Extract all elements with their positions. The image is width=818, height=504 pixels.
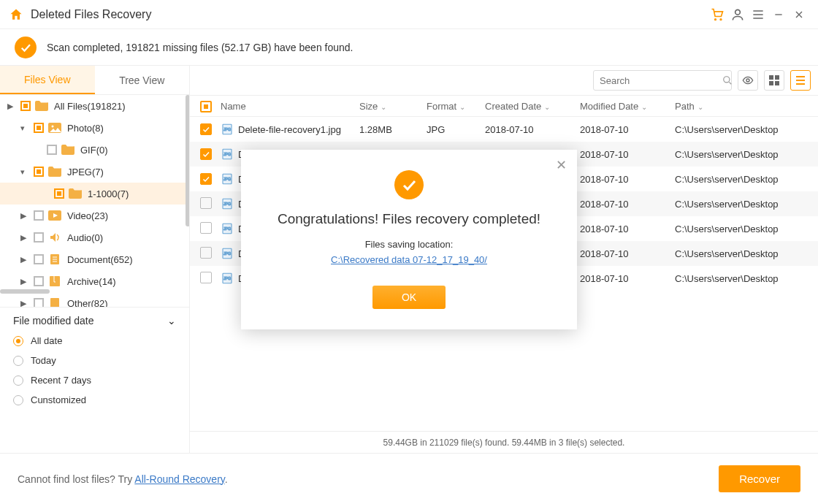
tree-range-1-1000[interactable]: 1-1000(7): [0, 183, 189, 205]
jpg-file-icon: JPG: [221, 272, 234, 285]
svg-text:JPG: JPG: [223, 127, 231, 131]
row-checkbox[interactable]: [200, 222, 212, 234]
titlebar: Deleted Files Recovery: [0, 0, 818, 29]
content-toolbar: [190, 66, 818, 95]
view-tabs: Files View Tree View: [0, 66, 189, 95]
col-path[interactable]: Path⌄: [672, 101, 811, 112]
filter-panel: File modified date⌄ All date Today Recen…: [0, 307, 189, 453]
recover-button[interactable]: Recover: [719, 465, 800, 492]
modal-ok-button[interactable]: OK: [372, 286, 446, 309]
row-checkbox[interactable]: [200, 272, 212, 283]
col-name[interactable]: Name: [218, 101, 356, 112]
jpg-file-icon: JPG: [221, 123, 234, 136]
table-row[interactable]: JPGDelete-file-recovery1.jpg1.28MBJPG201…: [190, 117, 818, 142]
footer-hint: Cannot find lost files? Try All-Round Re…: [18, 473, 228, 485]
row-checkbox[interactable]: [200, 247, 212, 259]
cart-icon[interactable]: [707, 4, 727, 25]
search-box[interactable]: [593, 70, 732, 91]
row-checkbox[interactable]: [200, 197, 212, 209]
filter-recent-7-days[interactable]: Recent 7 days: [13, 375, 176, 386]
svg-rect-8: [50, 298, 59, 307]
modal-close-icon[interactable]: ✕: [556, 157, 567, 173]
svg-text:JPG: JPG: [223, 152, 231, 156]
menu-icon[interactable]: [748, 4, 768, 25]
filter-all-date[interactable]: All date: [13, 335, 176, 346]
search-input[interactable]: [600, 75, 722, 86]
status-bar: 59.44GB in 211029 file(s) found. 59.44MB…: [190, 431, 818, 453]
svg-text:JPG: JPG: [223, 177, 231, 181]
file-name: Delete-file-recovery1.jpg: [238, 124, 341, 135]
svg-rect-7: [50, 276, 60, 286]
select-all-checkbox[interactable]: [200, 101, 212, 112]
sidebar: Files View Tree View ▶All Files(191821) …: [0, 66, 190, 453]
jpg-file-icon: JPG: [221, 172, 234, 186]
modal-success-check-icon: [394, 170, 424, 199]
tab-tree-view[interactable]: Tree View: [95, 66, 190, 94]
svg-point-9: [724, 77, 730, 83]
file-modified: 2018-07-10: [577, 124, 672, 135]
file-size: 1.28MB: [356, 124, 424, 135]
svg-point-4: [52, 126, 54, 128]
tree-gif[interactable]: GIF(0): [0, 139, 189, 161]
preview-toggle[interactable]: [738, 70, 758, 91]
modal-location-label: Files saving location:: [241, 239, 577, 250]
col-created[interactable]: Created Date⌄: [482, 101, 577, 112]
col-format[interactable]: Format⌄: [424, 101, 482, 112]
file-modified: 2018-07-10: [577, 248, 672, 259]
close-icon[interactable]: [789, 4, 809, 25]
col-modified[interactable]: Modified Date⌄: [577, 101, 672, 112]
col-size[interactable]: Size⌄: [356, 101, 424, 112]
file-modified: 2018-07-10: [577, 199, 672, 210]
row-checkbox[interactable]: [200, 123, 212, 135]
file-path: C:\Users\server\Desktop: [672, 124, 811, 135]
scan-status-text: Scan completed, 191821 missing files (52…: [47, 42, 353, 53]
file-path: C:\Users\server\Desktop: [672, 174, 811, 185]
filter-today[interactable]: Today: [13, 355, 176, 366]
tree-video[interactable]: ▶Video(23): [0, 205, 189, 226]
svg-text:JPG: JPG: [223, 202, 231, 206]
svg-point-2: [735, 9, 741, 15]
file-modified: 2018-07-10: [577, 149, 672, 160]
svg-rect-14: [775, 81, 779, 85]
jpg-file-icon: JPG: [221, 222, 234, 235]
tree-document[interactable]: ▶Document(652): [0, 248, 189, 270]
file-format: JPG: [424, 124, 482, 135]
file-path: C:\Users\server\Desktop: [672, 149, 811, 160]
tree-jpeg[interactable]: ▾JPEG(7): [0, 161, 189, 183]
page-title: Deleted Files Recovery: [31, 8, 151, 21]
tree-scrollbar-vertical[interactable]: [186, 95, 189, 226]
svg-rect-11: [769, 75, 773, 80]
minimize-icon[interactable]: [768, 4, 789, 25]
modal-location-link[interactable]: C:\Recovered data 07-12_17_19_40/: [241, 254, 577, 265]
svg-rect-13: [769, 81, 773, 85]
file-created: 2018-07-10: [482, 124, 577, 135]
filter-customized[interactable]: Cunstomized: [13, 394, 176, 405]
svg-rect-12: [775, 75, 779, 80]
tree-all-files[interactable]: ▶All Files(191821): [0, 95, 189, 117]
file-path: C:\Users\server\Desktop: [672, 248, 811, 259]
tree-audio[interactable]: ▶Audio(0): [0, 226, 189, 248]
filter-header[interactable]: File modified date⌄: [13, 315, 176, 327]
scan-complete-check-icon: [15, 37, 37, 58]
view-grid-icon[interactable]: [764, 70, 784, 91]
file-path: C:\Users\server\Desktop: [672, 199, 811, 210]
svg-point-0: [715, 18, 716, 20]
file-path: C:\Users\server\Desktop: [672, 224, 811, 234]
tree-scrollbar-horizontal[interactable]: [0, 289, 50, 294]
row-checkbox[interactable]: [200, 148, 212, 160]
all-round-recovery-link[interactable]: All-Round Recovery: [134, 473, 224, 485]
search-icon[interactable]: [722, 75, 733, 85]
chevron-down-icon: ⌄: [167, 315, 176, 327]
file-modified: 2018-07-10: [577, 224, 672, 234]
category-tree: ▶All Files(191821) ▾Photo(8) GIF(0) ▾JPE…: [0, 95, 189, 307]
user-icon[interactable]: [727, 4, 748, 25]
home-icon[interactable]: [9, 7, 23, 22]
jpg-file-icon: JPG: [221, 148, 234, 161]
tree-other[interactable]: ▶Other(82): [0, 292, 189, 307]
footer: Cannot find lost files? Try All-Round Re…: [0, 453, 818, 504]
tab-files-view[interactable]: Files View: [0, 66, 95, 94]
tree-photo[interactable]: ▾Photo(8): [0, 117, 189, 139]
file-modified: 2018-07-10: [577, 273, 672, 284]
row-checkbox[interactable]: [200, 173, 212, 185]
view-list-icon[interactable]: [790, 70, 811, 91]
